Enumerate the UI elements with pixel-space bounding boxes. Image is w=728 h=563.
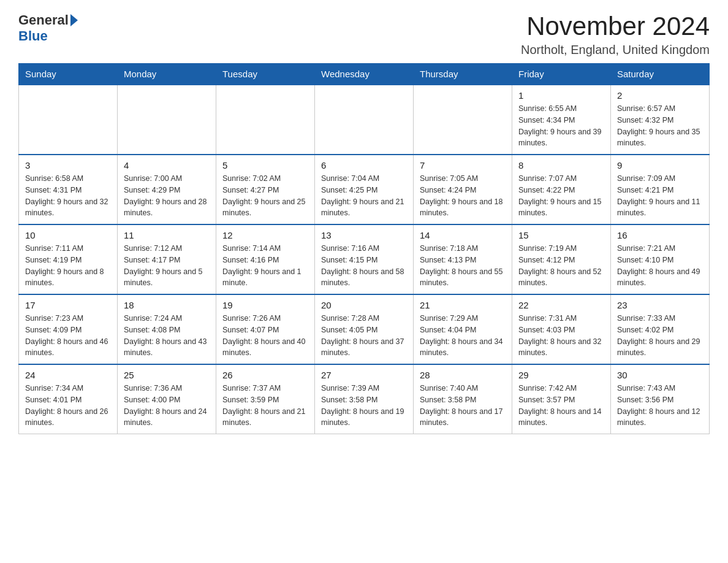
calendar-cell: 26Sunrise: 7:37 AMSunset: 3:59 PMDayligh… — [216, 364, 315, 434]
calendar-cell — [19, 85, 118, 155]
calendar-cell: 1Sunrise: 6:55 AMSunset: 4:34 PMDaylight… — [512, 85, 611, 155]
day-info: Sunrise: 7:09 AMSunset: 4:21 PMDaylight:… — [617, 173, 703, 219]
day-info: Sunrise: 7:43 AMSunset: 3:56 PMDaylight:… — [617, 383, 703, 429]
day-number: 26 — [222, 370, 308, 380]
day-number: 28 — [420, 370, 506, 380]
calendar-cell: 23Sunrise: 7:33 AMSunset: 4:02 PMDayligh… — [611, 294, 710, 364]
calendar-week-row: 17Sunrise: 7:23 AMSunset: 4:09 PMDayligh… — [19, 294, 710, 364]
day-number: 19 — [222, 300, 308, 310]
logo-triangle-icon — [70, 14, 78, 26]
calendar-cell — [414, 85, 512, 155]
calendar-cell: 14Sunrise: 7:18 AMSunset: 4:13 PMDayligh… — [414, 224, 512, 294]
calendar-cell: 10Sunrise: 7:11 AMSunset: 4:19 PMDayligh… — [19, 224, 118, 294]
calendar-cell — [216, 85, 315, 155]
day-info: Sunrise: 7:40 AMSunset: 3:58 PMDaylight:… — [420, 383, 506, 429]
calendar-cell: 12Sunrise: 7:14 AMSunset: 4:16 PMDayligh… — [216, 224, 315, 294]
calendar-cell: 29Sunrise: 7:42 AMSunset: 3:57 PMDayligh… — [512, 364, 611, 434]
day-header-thursday: Thursday — [414, 64, 512, 85]
day-number: 6 — [321, 160, 407, 170]
day-header-tuesday: Tuesday — [216, 64, 315, 85]
day-info: Sunrise: 7:37 AMSunset: 3:59 PMDaylight:… — [222, 383, 308, 429]
day-number: 7 — [420, 160, 506, 170]
day-number: 2 — [617, 90, 703, 101]
calendar-cell — [118, 85, 216, 155]
calendar-cell: 2Sunrise: 6:57 AMSunset: 4:32 PMDaylight… — [611, 85, 710, 155]
day-number: 14 — [420, 230, 506, 240]
logo-blue: Blue — [18, 28, 48, 44]
day-number: 22 — [518, 300, 604, 310]
day-number: 4 — [124, 160, 210, 170]
logo-text: General — [18, 12, 80, 28]
day-number: 24 — [25, 370, 111, 380]
day-info: Sunrise: 7:18 AMSunset: 4:13 PMDaylight:… — [420, 243, 506, 289]
day-number: 13 — [321, 230, 407, 240]
day-number: 27 — [321, 370, 407, 380]
day-info: Sunrise: 7:19 AMSunset: 4:12 PMDaylight:… — [518, 243, 604, 289]
day-info: Sunrise: 6:57 AMSunset: 4:32 PMDaylight:… — [617, 103, 703, 149]
logo: General Blue — [18, 12, 80, 44]
calendar-cell: 3Sunrise: 6:58 AMSunset: 4:31 PMDaylight… — [19, 155, 118, 224]
calendar-cell: 8Sunrise: 7:07 AMSunset: 4:22 PMDaylight… — [512, 155, 611, 224]
calendar-cell: 22Sunrise: 7:31 AMSunset: 4:03 PMDayligh… — [512, 294, 611, 364]
day-number: 16 — [617, 230, 703, 240]
day-info: Sunrise: 7:42 AMSunset: 3:57 PMDaylight:… — [518, 383, 604, 429]
day-number: 23 — [617, 300, 703, 310]
day-number: 25 — [124, 370, 210, 380]
calendar-cell: 6Sunrise: 7:04 AMSunset: 4:25 PMDaylight… — [315, 155, 414, 224]
day-info: Sunrise: 7:24 AMSunset: 4:08 PMDaylight:… — [124, 313, 210, 359]
day-info: Sunrise: 7:31 AMSunset: 4:03 PMDaylight:… — [518, 313, 604, 359]
day-info: Sunrise: 7:39 AMSunset: 3:58 PMDaylight:… — [321, 383, 407, 429]
calendar-cell: 18Sunrise: 7:24 AMSunset: 4:08 PMDayligh… — [118, 294, 216, 364]
day-info: Sunrise: 7:04 AMSunset: 4:25 PMDaylight:… — [321, 173, 407, 219]
day-info: Sunrise: 7:33 AMSunset: 4:02 PMDaylight:… — [617, 313, 703, 359]
day-info: Sunrise: 7:02 AMSunset: 4:27 PMDaylight:… — [222, 173, 308, 219]
calendar-header-row: SundayMondayTuesdayWednesdayThursdayFrid… — [19, 64, 710, 85]
day-number: 9 — [617, 160, 703, 170]
day-info: Sunrise: 7:36 AMSunset: 4:00 PMDaylight:… — [124, 383, 210, 429]
title-section: November 2024 Northolt, England, United … — [521, 12, 710, 57]
day-number: 15 — [518, 230, 604, 240]
calendar-week-row: 10Sunrise: 7:11 AMSunset: 4:19 PMDayligh… — [19, 224, 710, 294]
calendar-table: SundayMondayTuesdayWednesdayThursdayFrid… — [18, 63, 710, 434]
day-number: 29 — [518, 370, 604, 380]
calendar-cell: 15Sunrise: 7:19 AMSunset: 4:12 PMDayligh… — [512, 224, 611, 294]
calendar-week-row: 3Sunrise: 6:58 AMSunset: 4:31 PMDaylight… — [19, 155, 710, 224]
day-info: Sunrise: 7:00 AMSunset: 4:29 PMDaylight:… — [124, 173, 210, 219]
day-info: Sunrise: 6:58 AMSunset: 4:31 PMDaylight:… — [25, 173, 111, 219]
logo-general: General — [18, 12, 69, 28]
location: Northolt, England, United Kingdom — [521, 43, 710, 57]
day-number: 5 — [222, 160, 308, 170]
calendar-cell: 5Sunrise: 7:02 AMSunset: 4:27 PMDaylight… — [216, 155, 315, 224]
day-number: 8 — [518, 160, 604, 170]
day-number: 3 — [25, 160, 111, 170]
day-number: 1 — [518, 90, 604, 101]
day-number: 21 — [420, 300, 506, 310]
day-info: Sunrise: 7:23 AMSunset: 4:09 PMDaylight:… — [25, 313, 111, 359]
calendar-cell: 7Sunrise: 7:05 AMSunset: 4:24 PMDaylight… — [414, 155, 512, 224]
calendar-cell: 4Sunrise: 7:00 AMSunset: 4:29 PMDaylight… — [118, 155, 216, 224]
calendar-cell: 13Sunrise: 7:16 AMSunset: 4:15 PMDayligh… — [315, 224, 414, 294]
calendar-cell: 30Sunrise: 7:43 AMSunset: 3:56 PMDayligh… — [611, 364, 710, 434]
day-info: Sunrise: 7:12 AMSunset: 4:17 PMDaylight:… — [124, 243, 210, 289]
calendar-cell: 11Sunrise: 7:12 AMSunset: 4:17 PMDayligh… — [118, 224, 216, 294]
calendar-cell: 20Sunrise: 7:28 AMSunset: 4:05 PMDayligh… — [315, 294, 414, 364]
day-number: 30 — [617, 370, 703, 380]
day-number: 11 — [124, 230, 210, 240]
day-info: Sunrise: 7:16 AMSunset: 4:15 PMDaylight:… — [321, 243, 407, 289]
calendar-cell: 27Sunrise: 7:39 AMSunset: 3:58 PMDayligh… — [315, 364, 414, 434]
day-number: 12 — [222, 230, 308, 240]
calendar-cell: 16Sunrise: 7:21 AMSunset: 4:10 PMDayligh… — [611, 224, 710, 294]
day-header-friday: Friday — [512, 64, 611, 85]
day-header-wednesday: Wednesday — [315, 64, 414, 85]
day-info: Sunrise: 7:05 AMSunset: 4:24 PMDaylight:… — [420, 173, 506, 219]
calendar-cell: 19Sunrise: 7:26 AMSunset: 4:07 PMDayligh… — [216, 294, 315, 364]
day-info: Sunrise: 6:55 AMSunset: 4:34 PMDaylight:… — [518, 103, 604, 149]
day-number: 18 — [124, 300, 210, 310]
day-number: 20 — [321, 300, 407, 310]
day-number: 17 — [25, 300, 111, 310]
day-info: Sunrise: 7:34 AMSunset: 4:01 PMDaylight:… — [25, 383, 111, 429]
page-header: General Blue November 2024 Northolt, Eng… — [18, 12, 710, 57]
day-number: 10 — [25, 230, 111, 240]
day-info: Sunrise: 7:11 AMSunset: 4:19 PMDaylight:… — [25, 243, 111, 289]
calendar-cell: 28Sunrise: 7:40 AMSunset: 3:58 PMDayligh… — [414, 364, 512, 434]
